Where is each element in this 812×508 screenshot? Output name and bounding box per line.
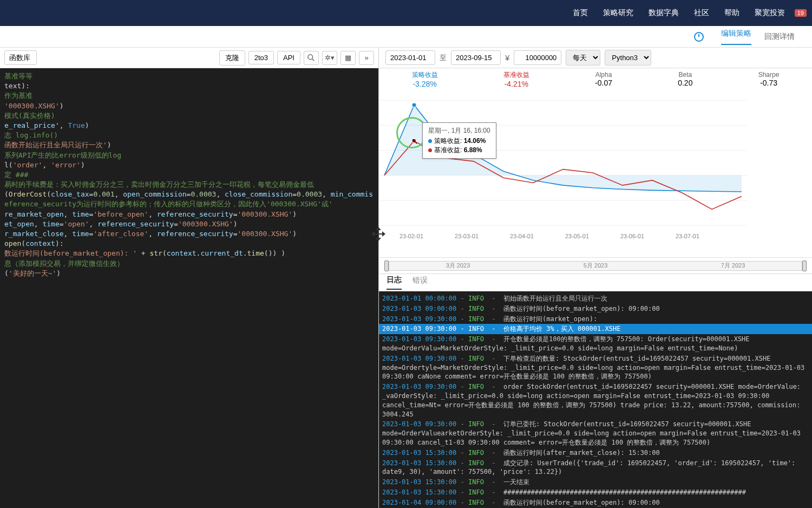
log-row: 2023-01-03 09:30:00 - INFO - order Stock… xyxy=(379,382,812,419)
log-row: 2023-01-03 15:30:00 - INFO - 成交记录: UserT… xyxy=(379,458,812,478)
log-row: 2023-01-03 09:30:00 - INFO - 函数运行时间(mark… xyxy=(379,314,812,324)
range-handle-left[interactable] xyxy=(384,260,389,271)
log-tabs: 日志 错误 xyxy=(379,274,812,291)
currency-icon: ¥ xyxy=(505,53,509,62)
gear-icon[interactable]: ✲▾ xyxy=(322,51,337,65)
clone-button[interactable]: 克隆 xyxy=(219,50,245,66)
performance-chart[interactable]: 23-02-0123-03-0123-04-0123-05-0123-06-01… xyxy=(379,90,812,258)
nav-link[interactable]: 社区 xyxy=(694,8,709,17)
tab-edit-strategy[interactable]: 编辑策略 xyxy=(721,29,751,45)
function-lib-select[interactable] xyxy=(4,50,37,65)
language-select[interactable]: Python3 xyxy=(605,50,651,66)
end-date-input[interactable] xyxy=(451,50,501,65)
split-drag-handle[interactable] xyxy=(369,225,388,243)
log-row: 2023-01-03 15:30:00 - INFO - 函数运行时间(afte… xyxy=(379,448,812,458)
tab-errors[interactable]: 错误 xyxy=(412,276,428,289)
nav-link[interactable]: 数据字典 xyxy=(649,8,679,17)
api-button[interactable]: API xyxy=(277,51,300,64)
log-row: 2023-01-03 15:30:00 - INFO - ###########… xyxy=(379,487,812,498)
frequency-select[interactable]: 每天 xyxy=(566,50,600,66)
svg-text:23-03-01: 23-03-01 xyxy=(455,233,479,239)
svg-text:23-07-01: 23-07-01 xyxy=(676,233,699,239)
sub-nav: 编辑策略 回测详情 xyxy=(0,26,812,48)
editor-toolbar: 克隆 2to3 API ✲▾ ▦ » xyxy=(0,48,378,68)
metrics-row: 策略收益-3.28% 基准收益-4.21% Alpha-0.07 Beta0.2… xyxy=(379,68,812,90)
svg-text:23-05-01: 23-05-01 xyxy=(565,233,589,239)
range-handle-right[interactable] xyxy=(802,260,807,271)
log-row: 2023-01-01 00:00:00 - INFO - 初始函数开始运行且全局… xyxy=(379,294,812,304)
cursor-icon: ↖ xyxy=(411,136,418,146)
log-row: 2023-01-04 09:00:00 - INFO - 函数运行时间(befo… xyxy=(379,498,812,508)
metric-strategy-return: 策略收益-3.28% xyxy=(412,70,438,88)
log-output[interactable]: 2023-01-01 00:00:00 - INFO - 初始函数开始运行且全局… xyxy=(379,291,812,508)
nav-link[interactable]: 策略研究 xyxy=(603,8,633,17)
log-row: 2023-01-03 09:30:00 - INFO - 开仓数量必须是100的… xyxy=(379,334,812,354)
clock-icon[interactable] xyxy=(694,32,704,42)
tab-logs[interactable]: 日志 xyxy=(387,275,402,290)
chevron-right-icon[interactable]: » xyxy=(359,51,374,65)
svg-line-1 xyxy=(312,58,315,61)
log-row: 2023-01-03 09:30:00 - INFO - 下单检查后的数量: S… xyxy=(379,354,812,382)
metric-sharpe: Sharpe-0.73 xyxy=(758,71,780,87)
2to3-button[interactable]: 2to3 xyxy=(248,51,274,64)
chart-tooltip: 星期一, 1月 16, 16:00 策略收益: 14.06% 基准收益: 6.8… xyxy=(422,122,496,159)
code-editor[interactable]: 基准等等text):作为基准'000300.XSHG')模式(真实价格)e_re… xyxy=(0,68,378,508)
start-date-input[interactable] xyxy=(385,50,435,65)
log-row: 2023-01-03 09:30:00 - INFO - 订单已委托: Stoc… xyxy=(379,419,812,447)
metric-alpha: Alpha-0.07 xyxy=(595,71,612,87)
log-row: 2023-01-03 15:30:00 - INFO - 一天结束 xyxy=(379,477,812,487)
svg-text:23-02-01: 23-02-01 xyxy=(400,233,423,239)
svg-point-0 xyxy=(308,54,313,59)
top-nav: 首页策略研究数据字典社区帮助聚宽投资 19 xyxy=(0,0,812,26)
svg-point-9 xyxy=(412,103,416,107)
nav-link[interactable]: 聚宽投资 xyxy=(755,8,785,17)
grid-icon[interactable]: ▦ xyxy=(340,51,356,65)
notif-badge[interactable]: 19 xyxy=(795,9,807,17)
nav-link[interactable]: 首页 xyxy=(573,8,588,17)
capital-input[interactable] xyxy=(514,50,561,65)
date-to-label: 至 xyxy=(440,53,447,63)
nav-link[interactable]: 帮助 xyxy=(724,8,739,17)
log-row: 2023-01-03 09:30:00 - INFO - 价格高于均价 3%，买… xyxy=(379,324,812,334)
log-row: 2023-01-03 09:00:00 - INFO - 函数运行时间(befo… xyxy=(379,304,812,314)
date-range-slider[interactable]: 3月 20235月 20237月 2023 xyxy=(379,258,812,274)
metric-benchmark-return: 基准收益-4.21% xyxy=(503,70,529,88)
svg-text:23-04-01: 23-04-01 xyxy=(510,233,534,239)
search-icon[interactable] xyxy=(304,51,319,65)
tab-backtest-detail[interactable]: 回测详情 xyxy=(764,32,795,42)
svg-text:23-06-01: 23-06-01 xyxy=(620,233,644,239)
metric-beta: Beta0.20 xyxy=(678,71,692,87)
backtest-controls: 至 ¥ 每天 Python3 xyxy=(379,48,812,68)
